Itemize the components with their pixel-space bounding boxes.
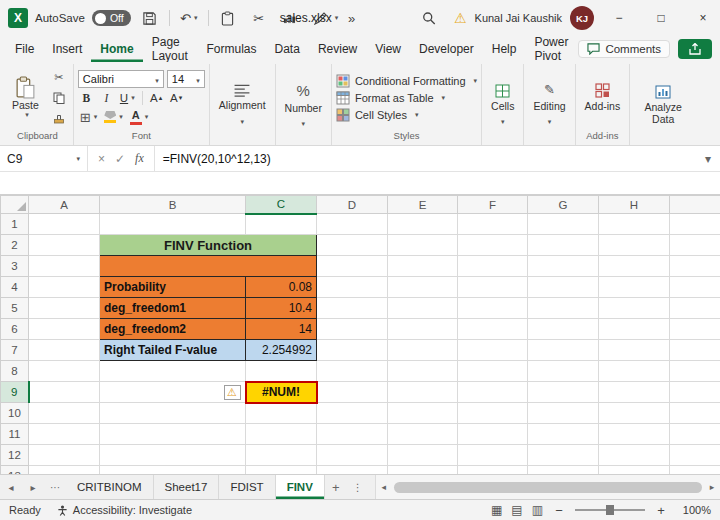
cell-A11[interactable] (29, 424, 100, 445)
cell-A5[interactable] (29, 298, 100, 319)
cell-partial7[interactable] (670, 340, 720, 361)
cell-D1[interactable] (317, 214, 388, 235)
cell-F5[interactable] (458, 298, 528, 319)
cell-H2[interactable] (599, 235, 670, 256)
save-icon[interactable] (138, 6, 162, 30)
cell-F4[interactable] (458, 277, 528, 298)
col-header-C[interactable]: C (246, 196, 317, 214)
tab-help[interactable]: Help (483, 36, 526, 62)
cell-partial3[interactable] (670, 256, 720, 277)
clipboard-icon[interactable] (216, 6, 240, 30)
select-all-corner[interactable] (1, 196, 29, 214)
tab-view[interactable]: View (366, 36, 410, 62)
cell-A9[interactable] (29, 382, 100, 403)
cell-H3[interactable] (599, 256, 670, 277)
row-header-2[interactable]: 2 (1, 235, 29, 256)
sheet-nav-right-icon[interactable]: ▸ (22, 475, 44, 499)
increase-font-size-button[interactable]: A (148, 90, 165, 107)
tab-page-layout[interactable]: Page Layout (143, 36, 198, 62)
share-button[interactable] (678, 39, 712, 59)
cell-E4[interactable] (388, 277, 458, 298)
cell-B9[interactable]: ⚠ (100, 382, 246, 403)
cell-B3[interactable] (100, 256, 317, 277)
row-header-7[interactable]: 7 (1, 340, 29, 361)
cell-E11[interactable] (388, 424, 458, 445)
cell-D4[interactable] (317, 277, 388, 298)
alert-warning-icon[interactable]: ⚠ (454, 10, 467, 26)
cell-E7[interactable] (388, 340, 458, 361)
cell-A13[interactable] (29, 466, 100, 475)
scrollbar-thumb[interactable] (394, 482, 702, 493)
cell-D2[interactable] (317, 235, 388, 256)
col-header-E[interactable]: E (388, 196, 458, 214)
cell-D11[interactable] (317, 424, 388, 445)
cell-E1[interactable] (388, 214, 458, 235)
cell-B5[interactable]: deg_freedom1 (100, 298, 246, 319)
cell-F7[interactable] (458, 340, 528, 361)
tab-home[interactable]: Home (91, 36, 142, 62)
cell-D6[interactable] (317, 319, 388, 340)
copy-icon[interactable] (49, 89, 69, 106)
error-warning-icon[interactable]: ⚠ (224, 385, 241, 400)
tab-data[interactable]: Data (266, 36, 309, 62)
italic-button[interactable]: I (98, 90, 115, 107)
format-painter-icon[interactable] (49, 109, 69, 126)
cell-D13[interactable] (317, 466, 388, 475)
row-header-10[interactable]: 10 (1, 403, 29, 424)
new-sheet-button[interactable]: + (325, 475, 347, 499)
cell-E6[interactable] (388, 319, 458, 340)
row-header-13[interactable]: 13 (1, 466, 29, 475)
cell-C5[interactable]: 10.4 (246, 298, 317, 319)
cell-partial11[interactable] (670, 424, 720, 445)
cell-partial12[interactable] (670, 445, 720, 466)
cell-B8[interactable] (100, 361, 246, 382)
cell-F2[interactable] (458, 235, 528, 256)
cell-B4[interactable]: Probability (100, 277, 246, 298)
cell-B6[interactable]: deg_freedom2 (100, 319, 246, 340)
row-header-8[interactable]: 8 (1, 361, 29, 382)
cell-partial5[interactable] (670, 298, 720, 319)
tab-developer[interactable]: Developer (410, 36, 483, 62)
cell-G12[interactable] (528, 445, 599, 466)
cell-A2[interactable] (29, 235, 100, 256)
sheet-list-button[interactable]: ··· (44, 475, 66, 499)
horizontal-scrollbar[interactable]: ◂ ▸ (375, 475, 720, 499)
paste-button[interactable]: Paste (6, 75, 45, 120)
cell-E13[interactable] (388, 466, 458, 475)
analyze-data-button[interactable]: Analyze Data (634, 85, 692, 125)
cell-C4[interactable]: 0.08 (246, 277, 317, 298)
zoom-out-button[interactable]: − (552, 503, 566, 518)
autosave-toggle[interactable]: Off (92, 10, 131, 26)
cell-H6[interactable] (599, 319, 670, 340)
cell-C9[interactable]: #NUM! (246, 382, 317, 403)
cell-E12[interactable] (388, 445, 458, 466)
cell-B13[interactable] (100, 466, 246, 475)
minimize-button[interactable]: − (602, 0, 636, 36)
maximize-button[interactable]: □ (644, 0, 678, 36)
row-header-6[interactable]: 6 (1, 319, 29, 340)
cell-H11[interactable] (599, 424, 670, 445)
cell-D5[interactable] (317, 298, 388, 319)
cell-G3[interactable] (528, 256, 599, 277)
cell-B1[interactable] (100, 214, 246, 235)
conditional-formatting-button[interactable]: Conditional Formatting (336, 74, 477, 88)
name-box[interactable]: C9 (0, 146, 88, 171)
sheet-tab-critbinom[interactable]: CRITBINOM (66, 475, 154, 499)
cell-F1[interactable] (458, 214, 528, 235)
cell-partial8[interactable] (670, 361, 720, 382)
cell-C7[interactable]: 2.254992 (246, 340, 317, 361)
decrease-font-size-button[interactable]: A (168, 90, 185, 107)
zoom-slider[interactable] (575, 509, 645, 511)
font-name-select[interactable]: Calibri (78, 70, 164, 88)
cell-B7[interactable]: Right Tailed F-value (100, 340, 246, 361)
cell-E5[interactable] (388, 298, 458, 319)
cell-partial13[interactable] (670, 466, 720, 475)
cell-H9[interactable] (599, 382, 670, 403)
cell-E3[interactable] (388, 256, 458, 277)
cell-A1[interactable] (29, 214, 100, 235)
formula-input[interactable]: =FINV(20,10^12,13) (155, 146, 696, 171)
col-header-B[interactable]: B (100, 196, 246, 214)
normal-view-icon[interactable]: ▦ (491, 503, 502, 517)
col-header-A[interactable]: A (29, 196, 100, 214)
cell-D10[interactable] (317, 403, 388, 424)
